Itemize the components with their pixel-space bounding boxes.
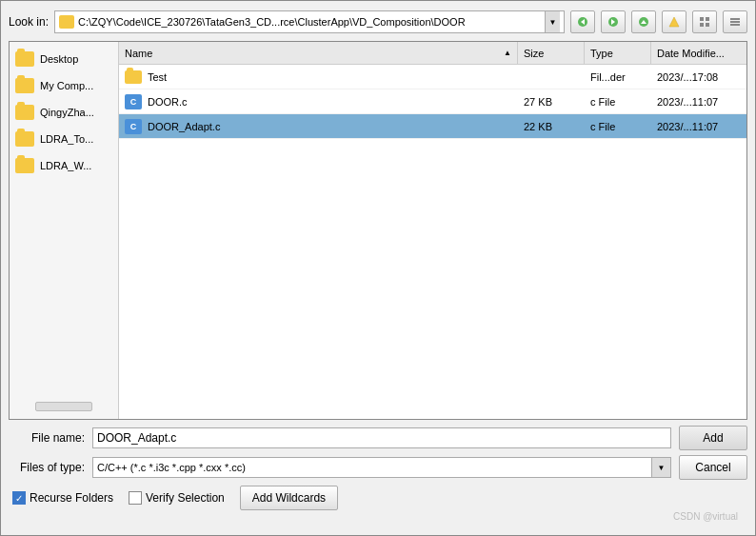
svg-rect-10: [730, 18, 740, 20]
file-cell-date: 2023/...11:07: [651, 89, 746, 113]
table-row[interactable]: C DOOR.c 27 KB c File 2023/...11:07: [119, 89, 746, 114]
svg-rect-8: [700, 23, 704, 27]
recent-button[interactable]: [662, 10, 686, 33]
file-cell-type: c File: [585, 114, 651, 138]
sidebar-item-ldra-to-label: LDRA_To...: [40, 133, 93, 145]
sidebar-item-desktop-label: Desktop: [40, 53, 78, 65]
add-button[interactable]: Add: [679, 426, 747, 450]
sidebar-item-ldra-to[interactable]: LDRA_To...: [10, 126, 118, 152]
options-row: Recurse Folders Verify Selection Add Wil…: [9, 485, 747, 511]
file-list: Name ▲ Size Type Date Modifie...: [119, 42, 746, 419]
sidebar-item-qingyzha-label: QingyZha...: [40, 107, 94, 118]
sidebar-item-mycomp-label: My Comp...: [40, 80, 93, 91]
svg-rect-12: [730, 24, 740, 26]
c-file-icon: C: [125, 94, 142, 109]
sidebar-item-ldra-we-label: LDRA_W...: [40, 160, 91, 171]
col-header-type[interactable]: Type: [585, 42, 651, 64]
content-area: Desktop My Comp... QingyZha... LDRA_To..…: [9, 41, 747, 420]
svg-rect-6: [700, 17, 704, 21]
table-row[interactable]: Test Fil...der 2023/...17:08: [119, 65, 746, 89]
sidebar-item-desktop[interactable]: Desktop: [10, 46, 118, 72]
path-dropdown-button[interactable]: ▼: [545, 11, 560, 32]
recurse-folders-label: Recurse Folders: [30, 491, 113, 505]
sidebar-scrollbar[interactable]: [35, 402, 92, 411]
sidebar-item-ldra-we[interactable]: LDRA_W...: [10, 152, 118, 179]
verify-selection-checkbox[interactable]: [129, 491, 142, 505]
filename-input[interactable]: [92, 427, 671, 448]
look-in-bar: Look in: C:\ZQY\Code\ICE_230726\TataGen3…: [9, 9, 747, 35]
col-header-size[interactable]: Size: [518, 42, 585, 64]
view-detail-button[interactable]: [723, 10, 747, 33]
folder-icon: [59, 15, 74, 29]
file-list-header: Name ▲ Size Type Date Modifie...: [119, 42, 746, 65]
open-file-dialog: Look in: C:\ZQY\Code\ICE_230726\TataGen3…: [0, 0, 756, 536]
svg-rect-7: [706, 17, 709, 21]
ldra-we-folder-icon: [15, 158, 34, 173]
look-in-label: Look in:: [9, 15, 49, 29]
verify-selection-checkbox-item[interactable]: Verify Selection: [129, 491, 225, 505]
file-cell-date: 2023/...11:07: [651, 114, 746, 138]
file-cell-size: 22 KB: [518, 114, 585, 138]
look-in-path-text: C:\ZQY\Code\ICE_230726\TataGen3_CD...rce…: [78, 16, 545, 28]
recurse-folders-checkbox-item[interactable]: Recurse Folders: [12, 491, 113, 505]
file-cell-size: [518, 65, 585, 89]
filetype-dropdown-arrow[interactable]: ▼: [651, 458, 670, 477]
sidebar-item-qingyzha[interactable]: QingyZha...: [10, 99, 118, 126]
file-cell-size: 27 KB: [518, 89, 585, 113]
filename-row: File name: Add: [9, 426, 747, 450]
filetype-label: Files of type:: [9, 461, 85, 474]
sidebar: Desktop My Comp... QingyZha... LDRA_To..…: [10, 42, 119, 419]
filetype-select-text: C/C++ (*.c *.i3c *.cpp *.cxx *.cc): [93, 462, 651, 473]
sort-arrow-name: ▲: [504, 49, 511, 57]
filetype-select[interactable]: C/C++ (*.c *.i3c *.cpp *.cxx *.cc) ▼: [92, 457, 671, 478]
view-list-button[interactable]: [692, 10, 717, 33]
svg-rect-9: [706, 23, 709, 27]
bottom-form-area: File name: Add Files of type: C/C++ (*.c…: [9, 426, 747, 511]
file-cell-name: C DOOR_Adapt.c: [119, 114, 518, 138]
file-cell-type: Fil...der: [585, 65, 651, 89]
folder-file-icon: [125, 70, 142, 84]
sidebar-item-mycomp[interactable]: My Comp...: [10, 72, 118, 99]
verify-selection-label: Verify Selection: [146, 491, 225, 505]
file-cell-name: Test: [119, 65, 518, 89]
file-cell-date: 2023/...17:08: [651, 65, 746, 89]
watermark: CSDN @virtual: [0, 511, 738, 522]
file-cell-name: C DOOR.c: [119, 89, 518, 113]
table-row[interactable]: C DOOR_Adapt.c 22 KB c File 2023/...11:0…: [119, 114, 746, 139]
c-file-icon: C: [125, 119, 142, 134]
file-cell-type: c File: [585, 89, 651, 113]
look-in-path-control[interactable]: C:\ZQY\Code\ICE_230726\TataGen3_CD...rce…: [54, 10, 565, 33]
col-header-name[interactable]: Name ▲: [119, 42, 518, 64]
svg-rect-11: [730, 21, 740, 23]
qingyzha-folder-icon: [15, 105, 34, 120]
add-wildcards-button[interactable]: Add Wildcards: [240, 486, 338, 510]
recurse-folders-checkbox[interactable]: [12, 491, 26, 505]
filetype-row: Files of type: C/C++ (*.c *.i3c *.cpp *.…: [9, 455, 747, 480]
back-button[interactable]: [570, 10, 595, 33]
forward-button[interactable]: [601, 10, 626, 33]
up-button[interactable]: [631, 10, 656, 33]
cancel-button[interactable]: Cancel: [679, 455, 747, 480]
col-header-date[interactable]: Date Modifie...: [651, 42, 746, 64]
file-list-body: Test Fil...der 2023/...17:08 C DOOR.c 27…: [119, 65, 746, 419]
mycomp-folder-icon: [15, 78, 34, 93]
ldra-to-folder-icon: [15, 131, 34, 147]
desktop-folder-icon: [15, 51, 34, 67]
filename-label: File name:: [9, 431, 85, 445]
